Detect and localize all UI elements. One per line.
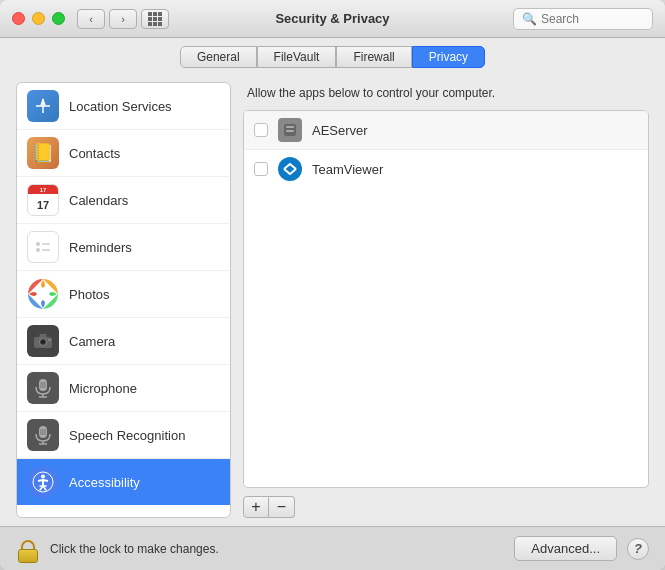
lock-label: Click the lock to make changes.	[50, 542, 504, 556]
camera-icon	[27, 325, 59, 357]
sidebar-item-label-calendars: Calendars	[69, 193, 128, 208]
microphone-icon	[27, 372, 59, 404]
aeserver-name: AEServer	[312, 123, 368, 138]
sidebar-item-microphone[interactable]: Microphone	[17, 365, 230, 412]
contacts-icon: 📒	[27, 137, 59, 169]
advanced-button[interactable]: Advanced...	[514, 536, 617, 561]
add-app-button[interactable]: +	[243, 496, 269, 518]
aeserver-checkbox[interactable]	[254, 123, 268, 137]
sidebar-item-speech-recognition[interactable]: Speech Recognition	[17, 412, 230, 459]
svg-rect-27	[286, 130, 294, 132]
sidebar-item-photos[interactable]: Photos	[17, 271, 230, 318]
location-services-icon	[27, 90, 59, 122]
sidebar-item-label-camera: Camera	[69, 334, 115, 349]
sidebar-item-label-location-services: Location Services	[69, 99, 172, 114]
sidebar-item-label-photos: Photos	[69, 287, 109, 302]
svg-rect-26	[286, 126, 294, 128]
reminders-icon	[27, 231, 59, 263]
sidebar-item-label-microphone: Microphone	[69, 381, 137, 396]
svg-point-5	[38, 289, 48, 299]
tab-general[interactable]: General	[180, 46, 257, 68]
aeserver-icon	[278, 118, 302, 142]
apps-grid-button[interactable]	[141, 9, 169, 29]
sidebar-item-label-reminders: Reminders	[69, 240, 132, 255]
forward-button[interactable]: ›	[109, 9, 137, 29]
window-title: Security & Privacy	[275, 11, 389, 26]
lock-button[interactable]	[16, 535, 40, 563]
lock-body	[18, 549, 38, 563]
sidebar-item-label-contacts: Contacts	[69, 146, 120, 161]
remove-app-button[interactable]: −	[269, 496, 295, 518]
bottom-bar: Click the lock to make changes. Advanced…	[0, 526, 665, 570]
sidebar-item-label-accessibility: Accessibility	[69, 475, 140, 490]
accessibility-icon	[27, 466, 59, 498]
main-content: Location Services 📒 Contacts 17 17	[0, 74, 665, 526]
tab-filevault[interactable]: FileVault	[257, 46, 337, 68]
list-item: TeamViewer	[244, 150, 648, 188]
minimize-button[interactable]	[32, 12, 45, 25]
svg-point-23	[41, 475, 45, 479]
nav-buttons: ‹ ›	[77, 9, 137, 29]
search-icon: 🔍	[522, 12, 537, 26]
title-bar: ‹ › Security & Privacy 🔍	[0, 0, 665, 38]
grid-icon	[148, 12, 162, 26]
sidebar-item-contacts[interactable]: 📒 Contacts	[17, 130, 230, 177]
add-remove-bar: + −	[243, 496, 649, 518]
teamviewer-name: TeamViewer	[312, 162, 383, 177]
sidebar-item-location-services[interactable]: Location Services	[17, 83, 230, 130]
svg-point-8	[41, 340, 45, 344]
apps-list: AEServer TeamViewer	[244, 111, 648, 188]
teamviewer-checkbox[interactable]	[254, 162, 268, 176]
right-panel: Allow the apps below to control your com…	[243, 82, 649, 518]
maximize-button[interactable]	[52, 12, 65, 25]
photos-icon	[27, 278, 59, 310]
sidebar-item-accessibility[interactable]: Accessibility	[17, 459, 230, 505]
sidebar-item-label-speech-recognition: Speech Recognition	[69, 428, 185, 443]
svg-rect-9	[48, 339, 51, 341]
panel-description: Allow the apps below to control your com…	[243, 82, 649, 102]
search-box[interactable]: 🔍	[513, 8, 653, 30]
search-input[interactable]	[541, 12, 644, 26]
tab-firewall[interactable]: Firewall	[336, 46, 411, 68]
back-button[interactable]: ‹	[77, 9, 105, 29]
apps-list-container: AEServer TeamViewer	[243, 110, 649, 488]
window: ‹ › Security & Privacy 🔍 General FileVau…	[0, 0, 665, 570]
list-item: AEServer	[244, 111, 648, 150]
close-button[interactable]	[12, 12, 25, 25]
teamviewer-icon	[278, 157, 302, 181]
svg-point-0	[36, 242, 40, 246]
speech-recognition-icon	[27, 419, 59, 451]
sidebar-item-reminders[interactable]: Reminders	[17, 224, 230, 271]
help-button[interactable]: ?	[627, 538, 649, 560]
traffic-lights	[12, 12, 65, 25]
svg-point-2	[36, 248, 40, 252]
tab-privacy[interactable]: Privacy	[412, 46, 485, 68]
sidebar: Location Services 📒 Contacts 17 17	[16, 82, 231, 518]
calendars-icon: 17 17	[27, 184, 59, 216]
sidebar-item-calendars[interactable]: 17 17 Calendars	[17, 177, 230, 224]
tabs-bar: General FileVault Firewall Privacy	[0, 38, 665, 74]
sidebar-item-camera[interactable]: Camera	[17, 318, 230, 365]
